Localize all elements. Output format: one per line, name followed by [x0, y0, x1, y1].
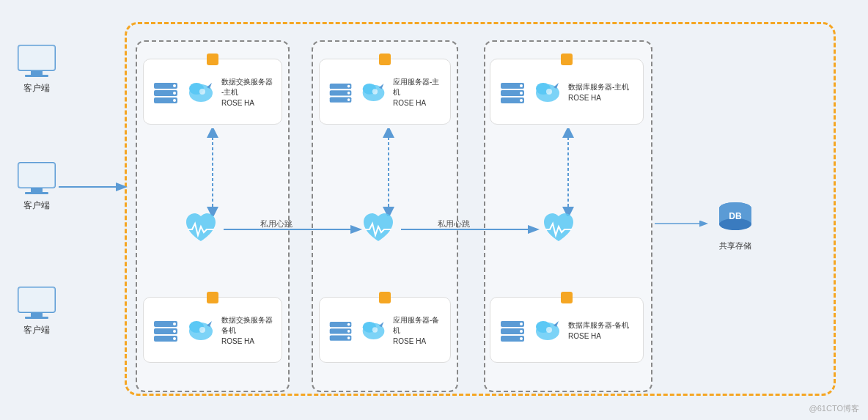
app-server-master-label: 应用服务器-主机 [393, 77, 443, 97]
app-server-backup-roseha: ROSE HA [393, 337, 443, 345]
diagram: 客户端 客户端 客户端 [0, 0, 868, 420]
svg-rect-10 [31, 312, 43, 317]
svg-point-37 [347, 98, 350, 101]
app-server-backup-labels: 应用服务器-备机 ROSE HA [393, 315, 443, 345]
svg-point-55 [520, 92, 523, 95]
client-2-label: 客户端 [23, 199, 50, 212]
server-icon-2 [151, 315, 180, 345]
svg-rect-9 [18, 287, 55, 312]
app-server-master-labels: 应用服务器-主机 ROSE HA [393, 77, 443, 107]
svg-rect-1 [18, 45, 55, 70]
svg-rect-2 [31, 70, 43, 75]
svg-point-69 [546, 327, 552, 333]
heartbeat-data-exchange [182, 209, 220, 247]
server-icon-4 [327, 315, 354, 345]
data-exchange-backup-labels: 数据交换服务器备机 ROSE HA [221, 315, 273, 345]
svg-point-45 [347, 323, 350, 326]
orange-tag-4 [379, 292, 391, 303]
svg-point-36 [347, 92, 350, 95]
db-server-backup-roseha: ROSE HA [568, 332, 629, 340]
orange-tag-1 [207, 54, 218, 65]
svg-point-66 [520, 337, 523, 340]
svg-point-59 [546, 89, 552, 95]
h-arrow-db-storage [655, 213, 713, 235]
server-icon-3 [327, 77, 354, 106]
roseha-icon-5 [533, 77, 562, 106]
roseha-icon-1 [186, 77, 216, 106]
svg-point-17 [173, 92, 176, 95]
client-1: 客户端 [15, 44, 59, 95]
app-server-backup-node: 应用服务器-备机 ROSE HA [319, 297, 451, 363]
monitor-icon-2 [15, 161, 59, 196]
svg-rect-3 [25, 75, 48, 77]
v-arrow-app-server [378, 128, 400, 216]
db-server-master-roseha: ROSE HA [568, 94, 629, 102]
roseha-icon-2 [186, 315, 216, 345]
db-icon: DB [715, 199, 756, 237]
data-exchange-master-label: 数据交换服务器-主机 [221, 77, 273, 97]
db-server-backup-label: 数据库服务器-备机 [568, 320, 629, 331]
svg-point-46 [347, 330, 350, 333]
app-server-master-roseha: ROSE HA [393, 99, 443, 107]
svg-point-64 [520, 323, 523, 325]
svg-point-27 [173, 330, 176, 333]
client-3: 客户端 [15, 286, 59, 336]
data-exchange-backup-roseha: ROSE HA [221, 337, 273, 345]
svg-point-47 [347, 336, 350, 339]
h-arrow-1: 私用心跳 [224, 218, 367, 240]
orange-tag-2 [207, 292, 218, 303]
heartbeat-label-2: 私用心跳 [438, 219, 470, 228]
data-exchange-master-roseha: ROSE HA [221, 99, 273, 107]
svg-point-65 [520, 330, 523, 333]
server-icon-1 [151, 77, 180, 106]
client-2: 客户端 [15, 161, 59, 212]
roseha-icon-6 [533, 315, 562, 345]
server-icon-6 [498, 315, 527, 345]
svg-rect-6 [31, 188, 43, 192]
shared-storage-label: 共享存储 [719, 240, 751, 251]
watermark: @61CTO博客 [809, 403, 859, 414]
svg-rect-11 [25, 317, 48, 319]
svg-point-50 [372, 327, 378, 332]
db-server-master-labels: 数据库服务器-主机 ROSE HA [568, 82, 629, 102]
svg-point-26 [173, 323, 176, 325]
svg-rect-5 [18, 163, 55, 188]
server-icon-5 [498, 77, 527, 106]
svg-point-18 [173, 99, 176, 102]
monitor-icon-3 [15, 286, 59, 321]
svg-text:DB: DB [729, 211, 742, 221]
monitor-icon-1 [15, 44, 59, 79]
app-server-master-node: 应用服务器-主机 ROSE HA [319, 59, 451, 125]
heartbeat-icon-3 [540, 209, 578, 247]
v-arrow-db-server [557, 128, 579, 216]
shared-storage: DB 共享存储 [715, 199, 756, 251]
heartbeat-label-1: 私用心跳 [260, 219, 293, 228]
svg-point-40 [372, 89, 378, 94]
data-exchange-backup-node: 数据交换服务器备机 ROSE HA [143, 297, 282, 363]
roseha-icon-3 [360, 77, 387, 106]
roseha-icon-4 [360, 315, 387, 345]
client-1-label: 客户端 [23, 82, 50, 95]
data-exchange-backup-label: 数据交换服务器备机 [221, 315, 273, 336]
heartbeat-icon-1 [182, 209, 220, 247]
app-server-backup-label: 应用服务器-备机 [393, 315, 443, 336]
orange-tag-3 [379, 54, 391, 65]
svg-point-54 [520, 84, 523, 87]
svg-point-35 [347, 85, 350, 88]
svg-point-21 [199, 89, 205, 95]
svg-point-56 [520, 99, 523, 102]
v-arrow-data-exchange [202, 128, 224, 216]
data-exchange-master-labels: 数据交换服务器-主机 ROSE HA [221, 77, 273, 107]
orange-tag-5 [561, 54, 573, 65]
client-3-label: 客户端 [23, 324, 50, 336]
db-server-master-node: 数据库服务器-主机 ROSE HA [490, 59, 644, 125]
client-arrow [59, 176, 132, 198]
db-server-backup-node: 数据库服务器-备机 ROSE HA [490, 297, 644, 363]
db-server-master-label: 数据库服务器-主机 [568, 82, 629, 92]
heartbeat-db-server [540, 209, 578, 247]
svg-point-16 [173, 84, 176, 87]
svg-point-28 [173, 337, 176, 340]
svg-point-31 [199, 327, 205, 333]
h-arrow-2: 私用心跳 [401, 218, 544, 240]
orange-tag-6 [561, 292, 573, 303]
